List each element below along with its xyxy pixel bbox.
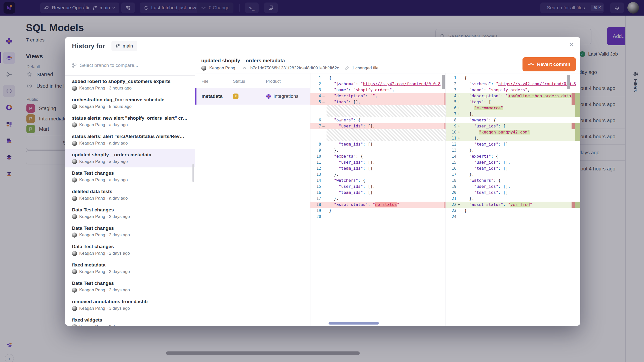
commit-meta: Keagan Pang · 2 days ago [72,251,188,256]
commit-title: Data Test changes [72,281,188,286]
commit-item[interactable]: Data Test changesKeagan Pang · 2 days ag… [65,241,195,259]
diff-pane-modified[interactable]: 1{2 "$schema": "https://s.y42.com/fronte… [446,73,580,326]
commit-item[interactable]: Data Test changesKeagan Pang · 2 days ag… [65,278,195,296]
author-avatar [72,177,77,183]
diff-line: 11 "user_ids": [], [310,159,446,165]
commit-author-time: Keagan Pang · a day ago [79,177,128,183]
commit-list-scrollbar[interactable] [192,164,194,182]
history-modal: History for main × Select branch to comp… [65,37,580,326]
diff-line: 21 }, [446,196,580,202]
diff-pane-original[interactable]: 1{2 "$schema": "https://s.y42.com/fronte… [310,73,446,326]
diff-original-scrollbar[interactable] [442,75,445,89]
diff-line: 10 "experts": { [310,153,446,159]
commit-title: removed annotations from dashb [72,299,188,304]
diff-original-code: 1{2 "$schema": "https://s.y42.com/fronte… [310,73,446,220]
commit-meta: Keagan Pang · a day ago [72,177,188,183]
modal-title: History for [72,42,105,50]
diff-overview-mark [444,123,446,129]
diff-horizontal-scrollbar[interactable] [329,322,379,325]
author-avatar [72,214,77,219]
author-avatar [72,104,77,109]
diff-modified-scrollbar[interactable] [567,75,570,89]
commit-meta: Keagan Pang · a day ago [72,159,188,164]
diff-line: 6 "owners": { [310,117,446,123]
commit-title: Data Test changes [72,207,188,213]
commit-author-time: Keagan Pang · 3 days ago [79,306,130,311]
commit-meta: Keagan Pang · 2 days ago [72,288,188,293]
commit-author-time: Keagan Pang · a day ago [79,122,128,127]
commit-author-time: Keagan Pang · 2 days ago [79,251,130,256]
file-row-metadata[interactable]: metadata * Integrations [195,88,310,105]
commit-title: fixed metadata [72,262,188,268]
diff-line: 14 "watchers": { [310,177,446,184]
author-avatar [72,288,77,293]
changed-files-pane: File Status Product metadata * [195,73,310,326]
diff-editor: 1{2 "$schema": "https://s.y42.com/fronte… [310,73,580,326]
commit-author-time: Keagan Pang · 5 hours ago [79,104,132,109]
commit-item[interactable]: fixed widgetsKeagan Pang · 3 days ago [65,314,195,326]
commit-item[interactable]: fixed metadataKeagan Pang · 2 days ago [65,259,195,278]
author-avatar [201,66,206,71]
commit-title: Data Test changes [72,225,188,231]
compare-branch-select[interactable]: Select branch to compare... [65,55,195,76]
pencil-icon [345,66,349,70]
diff-line: 14 "experts": { [446,153,580,159]
diff-line: 7– "user_ids": [], [310,123,446,129]
commit-item[interactable]: Data Test changesKeagan Pang · a day ago [65,167,195,186]
commit-meta: Keagan Pang · 3 days ago [72,324,188,326]
diff-line: 15 "user_ids": [], [446,159,580,165]
diff-modified-code: 1{2 "$schema": "https://s.y42.com/fronte… [446,73,580,220]
diff-line: 13 }, [446,147,580,153]
revert-commit-button[interactable]: Revert commit [522,57,576,71]
diff-overview-mark [575,202,580,208]
close-icon[interactable]: × [569,40,574,49]
author-avatar [72,86,77,91]
commit-item[interactable]: status alerts: alert "src/Alerts/Status … [65,131,195,149]
diff-line: 17 }, [446,171,580,177]
commit-hash-icon [242,66,247,70]
commit-detail-header: updated shopify__orders metadata Keagan … [195,55,580,73]
diff-overview-mark [575,99,580,105]
commit-meta: Keagan Pang · 2 days ago [72,269,188,274]
diff-line: 5+ "tags": [ [446,99,580,105]
diff-line: 4+ "description": "<p>Online shop orders… [446,93,580,99]
diff-line: 20 [310,214,446,220]
author-avatar [72,141,77,146]
commit-meta: Keagan Pang · 2 days ago [72,214,188,219]
commit-hash[interactable]: b7c1dd75068b1231f2822fde48df091e9bfdf62c [250,66,339,71]
diff-line: 18 "watchers": { [446,177,580,184]
commit-meta: Keagan Pang · 3 hours ago [72,86,188,91]
diff-line: 19} [310,208,446,214]
commit-title: status alerts: new alert "shopify_orders… [72,115,188,121]
commit-author-time: Keagan Pang · a day ago [79,159,128,164]
diff-line: 20 "team_ids": [] [446,190,580,196]
diff-line: 15 "user_ids": [], [310,184,446,190]
diff-line: 17 }, [310,196,446,202]
diff-line: 7+ ], [446,111,580,117]
commit-item[interactable]: removed annotations from dashbKeagan Pan… [65,296,195,314]
column-product: Product [266,79,281,84]
diff-overview-mark [444,99,446,105]
column-status: Status [233,79,266,84]
commit-title: deleted data tests [72,189,188,194]
diff-line: 12 "team_ids": [] [310,165,446,171]
diff-line: 19 "user_ids": [], [446,184,580,190]
commit-item[interactable]: added robert to shopify_customers expert… [65,76,195,94]
commit-item[interactable]: deleted data testsKeagan Pang · a day ag… [65,186,195,204]
commit-item[interactable]: Data Test changesKeagan Pang · 2 days ag… [65,204,195,222]
diff-overview-mark [575,105,580,111]
diff-overview-mark [575,129,580,135]
commit-title: Data Test changes [72,244,188,249]
diff-line: 9 }, [310,147,446,153]
diff-overview-mark [572,202,575,208]
commit-item[interactable]: orchestration dag_foo: remove scheduleKe… [65,94,195,112]
diff-overview-mark [572,93,575,99]
commit-meta: Keagan Pang · a day ago [72,141,188,146]
diff-line: 12 "team_ids": [] [446,141,580,147]
branch-chip[interactable]: main [111,41,137,51]
commit-author-time: Keagan Pang · 3 hours ago [79,86,132,91]
commit-item[interactable]: status alerts: new alert "shopify_orders… [65,112,195,131]
commit-item[interactable]: Data Test changesKeagan Pang · 2 days ag… [65,222,195,241]
diff-line: 9+ "user_ids": [ [446,123,580,129]
commit-item[interactable]: updated shopify__orders metadataKeagan P… [65,149,195,167]
